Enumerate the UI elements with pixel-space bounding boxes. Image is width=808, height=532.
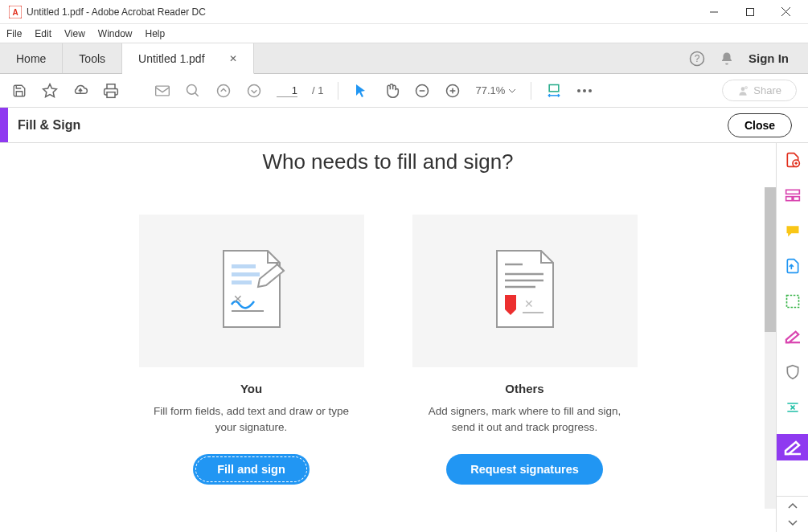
svg-rect-42 — [785, 190, 799, 194]
svg-rect-3 — [746, 8, 753, 15]
tab-close-icon[interactable]: ✕ — [229, 53, 237, 64]
page-number-input[interactable] — [277, 84, 297, 97]
request-signatures-button[interactable]: Request signatures — [446, 454, 603, 485]
search-icon[interactable] — [185, 83, 201, 99]
tool-edit-icon[interactable] — [783, 328, 802, 346]
save-icon[interactable] — [11, 83, 27, 99]
page-down-icon[interactable] — [246, 83, 262, 99]
tool-compress-icon[interactable] — [783, 399, 802, 416]
tool-protect-icon[interactable] — [783, 363, 802, 381]
svg-rect-44 — [793, 197, 799, 201]
card-you-desc: Fill form fields, add text and draw or t… — [149, 403, 355, 436]
card-you: ✕ You Fill form fields, add text and dra… — [139, 215, 364, 504]
svg-rect-43 — [785, 197, 792, 201]
illustration-you: ✕ — [139, 215, 364, 367]
svg-rect-10 — [156, 86, 170, 96]
tool-fill-sign-icon[interactable] — [777, 434, 809, 460]
help-icon[interactable]: ? — [689, 51, 705, 67]
panel-nav-arrows — [777, 496, 808, 532]
menu-view[interactable]: View — [64, 28, 85, 39]
tab-document[interactable]: Untitled 1.pdf ✕ — [122, 43, 254, 74]
tab-tools[interactable]: Tools — [63, 43, 122, 73]
panel-down-icon[interactable] — [777, 514, 808, 532]
svg-rect-9 — [107, 92, 115, 97]
svg-rect-30 — [232, 280, 252, 284]
svg-point-22 — [583, 89, 586, 92]
svg-rect-45 — [786, 296, 798, 308]
tab-tools-label: Tools — [79, 52, 105, 65]
panel-up-icon[interactable] — [777, 497, 808, 514]
page-heading: Who needs to fill and sign? — [0, 149, 776, 174]
svg-point-21 — [577, 89, 580, 92]
app-icon: A — [9, 6, 22, 18]
svg-marker-8 — [43, 84, 57, 96]
card-you-title: You — [149, 382, 355, 395]
tab-home-label: Home — [16, 52, 46, 65]
right-tool-strip — [776, 143, 808, 532]
svg-text:✕: ✕ — [233, 293, 243, 305]
tool-comment-icon[interactable] — [783, 222, 802, 239]
menu-help[interactable]: Help — [146, 28, 166, 39]
window-title: Untitled 1.pdf - Adobe Acrobat Reader DC — [27, 6, 695, 18]
tool-share-file-icon[interactable] — [783, 257, 802, 275]
workspace: Who needs to fill and sign? ✕ — [0, 143, 776, 532]
illustration-others: ✕ — [412, 215, 638, 367]
page-up-icon[interactable] — [215, 83, 232, 99]
vertical-scrollbar[interactable] — [765, 187, 776, 509]
window-titlebar: A Untitled 1.pdf - Adobe Acrobat Reader … — [0, 0, 808, 24]
svg-rect-28 — [232, 264, 256, 268]
svg-line-12 — [195, 92, 199, 96]
svg-point-14 — [248, 84, 260, 96]
scrollbar-thumb[interactable] — [765, 187, 776, 332]
print-icon[interactable] — [103, 83, 119, 99]
fill-sign-title: Fill & Sign — [8, 118, 728, 133]
zoom-value: 77.1% — [475, 84, 505, 96]
close-window-button[interactable] — [768, 0, 804, 24]
card-others: ✕ Others Add signers, mark where to fill… — [412, 215, 638, 504]
maximize-button[interactable] — [732, 0, 768, 24]
zoom-out-icon[interactable] — [414, 83, 430, 99]
cloud-icon[interactable] — [72, 83, 88, 99]
sign-in-button[interactable]: Sign In — [749, 51, 789, 65]
tool-create-pdf-icon[interactable] — [783, 151, 802, 169]
star-icon[interactable] — [42, 83, 58, 99]
svg-text:A: A — [12, 8, 18, 17]
menu-bar: File Edit View Window Help — [0, 24, 808, 43]
tab-home[interactable]: Home — [0, 43, 63, 73]
share-label: Share — [753, 84, 781, 96]
page-total-label: / 1 — [312, 84, 323, 96]
more-tools-icon[interactable] — [576, 83, 593, 99]
menu-window[interactable]: Window — [98, 28, 133, 39]
card-others-title: Others — [422, 382, 628, 395]
email-icon[interactable] — [154, 83, 170, 99]
menu-file[interactable]: File — [6, 28, 22, 39]
svg-point-24 — [741, 87, 745, 91]
tab-bar: Home Tools Untitled 1.pdf ✕ ? Sign In — [0, 43, 808, 74]
close-panel-button[interactable]: Close — [728, 113, 792, 137]
fill-sign-header: Fill & Sign Close — [0, 108, 808, 143]
svg-point-11 — [187, 84, 197, 94]
share-button[interactable]: Share — [722, 80, 797, 101]
select-tool-icon[interactable] — [353, 83, 369, 99]
fit-width-icon[interactable] — [546, 83, 562, 99]
main-toolbar: / 1 77.1% Share — [0, 74, 808, 108]
minimize-button[interactable] — [695, 0, 732, 24]
card-others-desc: Add signers, mark where to fill and sign… — [422, 403, 628, 436]
fill-and-sign-button[interactable]: Fill and sign — [193, 454, 310, 485]
svg-rect-20 — [550, 84, 560, 91]
svg-text:✕: ✕ — [524, 297, 534, 310]
svg-point-13 — [218, 84, 230, 96]
tool-measure-icon[interactable] — [783, 293, 802, 310]
zoom-in-icon[interactable] — [445, 83, 461, 99]
svg-text:?: ? — [695, 53, 700, 64]
notifications-icon[interactable] — [720, 51, 734, 66]
zoom-level-dropdown[interactable]: 77.1% — [475, 84, 516, 96]
hand-tool-icon[interactable] — [383, 83, 400, 99]
svg-point-23 — [589, 89, 592, 92]
menu-edit[interactable]: Edit — [35, 28, 51, 39]
tab-document-label: Untitled 1.pdf — [138, 52, 205, 65]
tool-organize-icon[interactable] — [783, 186, 802, 204]
svg-rect-29 — [232, 272, 260, 276]
accent-bar — [0, 108, 8, 142]
